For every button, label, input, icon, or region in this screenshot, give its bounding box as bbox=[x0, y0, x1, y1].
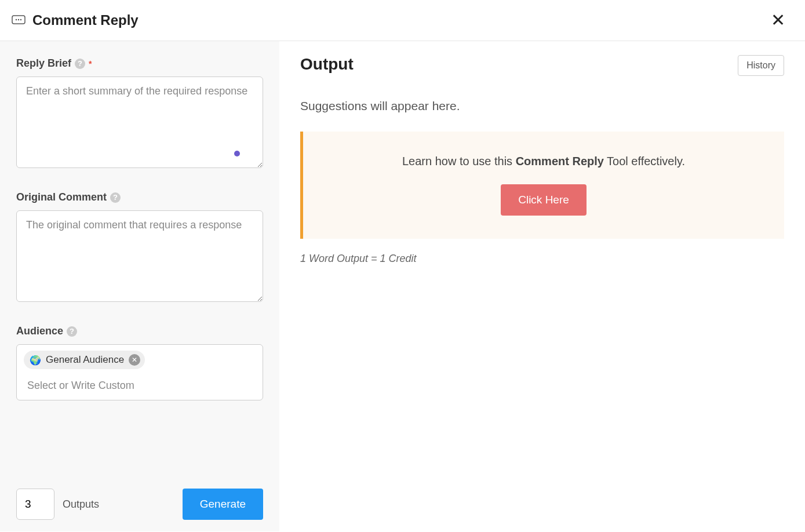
close-icon: ✕ bbox=[771, 10, 785, 30]
history-button[interactable]: History bbox=[738, 55, 784, 76]
tag-remove-button[interactable]: ✕ bbox=[129, 354, 140, 366]
learn-prefix: Learn how to use this bbox=[402, 155, 516, 167]
reply-brief-input[interactable] bbox=[16, 76, 263, 168]
credit-text: 1 Word Output = 1 Credit bbox=[300, 253, 784, 265]
globe-icon: 🌍 bbox=[30, 355, 41, 366]
learn-bold: Comment Reply bbox=[516, 155, 604, 167]
click-here-button[interactable]: Click Here bbox=[501, 184, 587, 216]
main: Reply Brief ? * Original Comment ? Audie… bbox=[0, 41, 805, 531]
help-icon[interactable]: ? bbox=[75, 59, 85, 69]
svg-point-2 bbox=[18, 19, 19, 20]
audience-field: Audience ? 🌍 General Audience ✕ bbox=[16, 325, 263, 400]
next-field-partial bbox=[16, 421, 263, 427]
outputs-label: Outputs bbox=[63, 498, 99, 511]
page-title: Comment Reply bbox=[32, 12, 139, 28]
indicator-dot bbox=[234, 151, 240, 156]
original-comment-input[interactable] bbox=[16, 210, 263, 302]
reply-brief-field: Reply Brief ? * bbox=[16, 57, 263, 170]
audience-input[interactable] bbox=[24, 377, 256, 394]
help-icon[interactable]: ? bbox=[110, 192, 121, 203]
audience-tag: 🌍 General Audience ✕ bbox=[24, 351, 145, 369]
footer-bar: Outputs Generate bbox=[0, 477, 279, 531]
learn-text: Learn how to use this Comment Reply Tool… bbox=[315, 155, 773, 168]
comment-icon bbox=[12, 15, 26, 25]
form-scroll[interactable]: Reply Brief ? * Original Comment ? Audie… bbox=[0, 41, 279, 477]
audience-label: Audience bbox=[16, 325, 63, 337]
learn-box: Learn how to use this Comment Reply Tool… bbox=[300, 132, 784, 239]
required-asterisk: * bbox=[89, 59, 92, 68]
original-comment-field: Original Comment ? bbox=[16, 191, 263, 304]
outputs-count-input[interactable] bbox=[16, 489, 54, 520]
audience-tag-text: General Audience bbox=[46, 354, 124, 366]
outputs-group: Outputs bbox=[16, 489, 99, 520]
output-header: Output History bbox=[300, 55, 784, 76]
suggestions-placeholder: Suggestions will appear here. bbox=[300, 99, 784, 113]
learn-suffix: Tool effectively. bbox=[604, 155, 685, 167]
left-panel: Reply Brief ? * Original Comment ? Audie… bbox=[0, 41, 279, 531]
reply-brief-label-row: Reply Brief ? * bbox=[16, 57, 263, 70]
header-left: Comment Reply bbox=[12, 12, 139, 28]
svg-point-3 bbox=[20, 19, 21, 20]
right-panel: Output History Suggestions will appear h… bbox=[279, 41, 805, 531]
help-icon[interactable]: ? bbox=[67, 326, 77, 337]
original-comment-label-row: Original Comment ? bbox=[16, 191, 263, 203]
header: Comment Reply ✕ bbox=[0, 0, 805, 41]
generate-button[interactable]: Generate bbox=[183, 489, 263, 520]
reply-brief-label: Reply Brief bbox=[16, 57, 71, 70]
original-comment-label: Original Comment bbox=[16, 191, 107, 203]
close-button[interactable]: ✕ bbox=[768, 12, 788, 29]
audience-label-row: Audience ? bbox=[16, 325, 263, 337]
output-title: Output bbox=[300, 55, 354, 74]
svg-point-1 bbox=[16, 19, 17, 20]
audience-box[interactable]: 🌍 General Audience ✕ bbox=[16, 344, 263, 400]
